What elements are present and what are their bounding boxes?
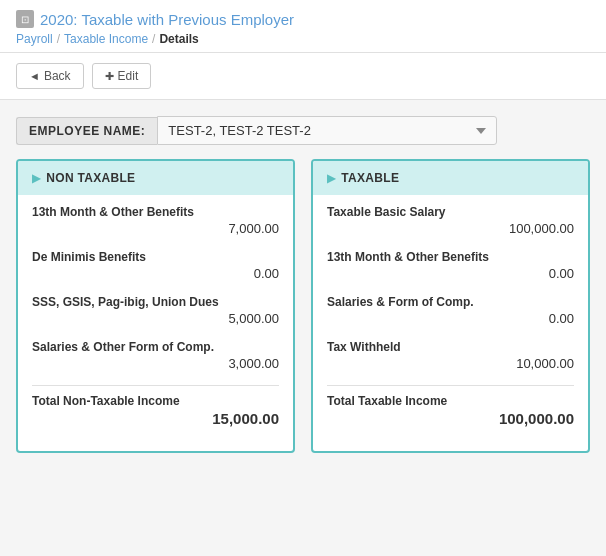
non-taxable-title: NON TAXABLE [46, 171, 135, 185]
page-title: ⊡ 2020: Taxable with Previous Employer [16, 10, 590, 28]
item-label: Taxable Basic Salary [327, 205, 574, 219]
total-value: 15,000.00 [32, 410, 279, 427]
breadcrumb-taxable-income[interactable]: Taxable Income [64, 32, 148, 46]
item-value: 0.00 [327, 266, 574, 281]
total-label: Total Taxable Income [327, 394, 574, 408]
non-taxable-total: Total Non-Taxable Income 15,000.00 [32, 385, 279, 427]
item-label: Salaries & Form of Comp. [327, 295, 574, 309]
taxable-header: ▶ TAXABLE [313, 161, 588, 195]
breadcrumb: Payroll / Taxable Income / Details [16, 32, 590, 46]
list-item: Salaries & Form of Comp. 0.00 [327, 295, 574, 326]
non-taxable-body: 13th Month & Other Benefits 7,000.00 De … [18, 195, 293, 451]
taxable-arrow: ▶ [327, 172, 335, 185]
item-value: 0.00 [32, 266, 279, 281]
list-item: Taxable Basic Salary 100,000.00 [327, 205, 574, 236]
cards-container: ▶ NON TAXABLE 13th Month & Other Benefit… [16, 159, 590, 453]
employee-row: EMPLOYEE NAME: TEST-2, TEST-2 TEST-2 [16, 116, 590, 145]
list-item: 13th Month & Other Benefits 0.00 [327, 250, 574, 281]
breadcrumb-payroll[interactable]: Payroll [16, 32, 53, 46]
item-value: 0.00 [327, 311, 574, 326]
title-text: 2020: Taxable with Previous Employer [40, 11, 294, 28]
item-value: 7,000.00 [32, 221, 279, 236]
employee-label: EMPLOYEE NAME: [16, 117, 157, 145]
item-label: SSS, GSIS, Pag-ibig, Union Dues [32, 295, 279, 309]
taxable-card: ▶ TAXABLE Taxable Basic Salary 100,000.0… [311, 159, 590, 453]
employee-select[interactable]: TEST-2, TEST-2 TEST-2 [157, 116, 497, 145]
back-icon: ◄ [29, 70, 40, 82]
edit-icon: ✚ [105, 70, 114, 83]
item-value: 5,000.00 [32, 311, 279, 326]
taxable-total: Total Taxable Income 100,000.00 [327, 385, 574, 427]
breadcrumb-sep-1: / [57, 32, 60, 46]
total-value: 100,000.00 [327, 410, 574, 427]
item-label: De Minimis Benefits [32, 250, 279, 264]
back-button[interactable]: ◄ Back [16, 63, 84, 89]
non-taxable-card: ▶ NON TAXABLE 13th Month & Other Benefit… [16, 159, 295, 453]
breadcrumb-current: Details [159, 32, 198, 46]
content-area: EMPLOYEE NAME: TEST-2, TEST-2 TEST-2 ▶ N… [0, 100, 606, 469]
item-label: 13th Month & Other Benefits [327, 250, 574, 264]
list-item: SSS, GSIS, Pag-ibig, Union Dues 5,000.00 [32, 295, 279, 326]
toolbar: ◄ Back ✚ Edit [0, 53, 606, 100]
item-value: 3,000.00 [32, 356, 279, 371]
item-value: 100,000.00 [327, 221, 574, 236]
total-label: Total Non-Taxable Income [32, 394, 279, 408]
list-item: De Minimis Benefits 0.00 [32, 250, 279, 281]
list-item: Tax Withheld 10,000.00 [327, 340, 574, 371]
list-item: Salaries & Other Form of Comp. 3,000.00 [32, 340, 279, 371]
taxable-title: TAXABLE [341, 171, 399, 185]
title-icon: ⊡ [16, 10, 34, 28]
edit-button[interactable]: ✚ Edit [92, 63, 152, 89]
item-label: 13th Month & Other Benefits [32, 205, 279, 219]
item-value: 10,000.00 [327, 356, 574, 371]
item-label: Tax Withheld [327, 340, 574, 354]
page-header: ⊡ 2020: Taxable with Previous Employer P… [0, 0, 606, 53]
list-item: 13th Month & Other Benefits 7,000.00 [32, 205, 279, 236]
breadcrumb-sep-2: / [152, 32, 155, 46]
item-label: Salaries & Other Form of Comp. [32, 340, 279, 354]
taxable-body: Taxable Basic Salary 100,000.00 13th Mon… [313, 195, 588, 451]
non-taxable-header: ▶ NON TAXABLE [18, 161, 293, 195]
non-taxable-arrow: ▶ [32, 172, 40, 185]
